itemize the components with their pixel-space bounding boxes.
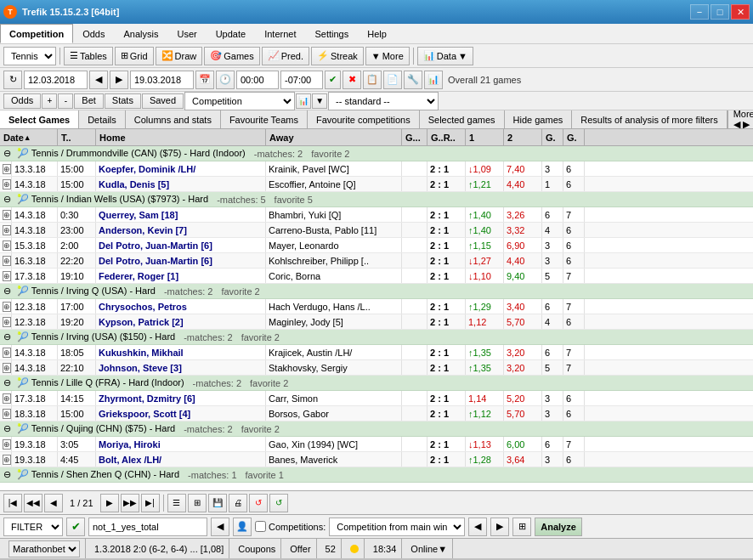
standard-dropdown[interactable]: -- standard -- (328, 92, 439, 110)
last-page-btn[interactable]: ▶| (141, 494, 160, 512)
tab-favourite-teams[interactable]: Favourite Teams (221, 110, 308, 128)
row-expand[interactable]: ⊕ (3, 455, 11, 465)
next-btn[interactable]: ▶ (100, 494, 119, 512)
sport-dropdown[interactable]: Tennis (3, 47, 56, 65)
filter-dropdown[interactable]: FILTER (3, 518, 63, 536)
tab-details[interactable]: Details (79, 110, 126, 128)
row-expand[interactable]: ⊕ (3, 348, 11, 358)
tab-favourite-competitions[interactable]: Favourite competitions (308, 110, 420, 128)
row-expand[interactable]: ⊕ (3, 210, 11, 220)
menu-competition[interactable]: Competition (0, 24, 73, 43)
col-home[interactable]: Home (96, 129, 266, 145)
copy-btn[interactable]: 📋 (363, 71, 382, 89)
col-g4[interactable]: G. (563, 129, 585, 145)
tab-results-analysis[interactable]: Results of analysis of more filters (572, 110, 727, 128)
menu-odds[interactable]: Odds (73, 24, 114, 43)
row-expand[interactable]: ⊕ (3, 271, 11, 281)
chart-btn[interactable]: 📊 (424, 71, 443, 89)
comp-filter-btn[interactable]: ▼ (312, 93, 327, 109)
close-button[interactable]: ✕ (731, 4, 750, 20)
minus-btn[interactable]: - (58, 93, 73, 109)
tab-hide-games[interactable]: Hide games (505, 110, 573, 128)
competition-filter-dropdown[interactable]: Competition from main winc (329, 518, 465, 536)
odds-btn[interactable]: Odds (3, 93, 41, 109)
col-date[interactable]: Date ▲ (0, 129, 58, 145)
apply-btn[interactable]: ✔ (325, 71, 341, 89)
group-expand[interactable]: ⊖ (3, 331, 14, 342)
col-time[interactable]: T.. (58, 129, 96, 145)
menu-analysis[interactable]: Analysis (114, 24, 167, 43)
competition-dropdown[interactable]: Competition (184, 92, 295, 110)
row-expand[interactable]: ⊕ (3, 225, 11, 235)
filter-btn[interactable]: 🔧 (404, 71, 422, 89)
tab-selected-games[interactable]: Selected games (420, 110, 505, 128)
menu-user[interactable]: User (167, 24, 206, 43)
comp-nav-left[interactable]: ◀ (468, 518, 487, 536)
minimize-button[interactable]: − (690, 4, 709, 20)
user-icon-btn[interactable]: 👤 (233, 518, 252, 536)
competitions-checkbox[interactable] (255, 521, 266, 532)
row-expand[interactable]: ⊕ (3, 439, 11, 450)
next-date-btn[interactable]: ▶ (110, 71, 128, 89)
row-expand[interactable]: ⊕ (3, 363, 11, 373)
stats-btn[interactable]: Stats (105, 93, 141, 109)
offset-input[interactable] (280, 71, 323, 89)
view-btn2[interactable]: ⊞ (188, 494, 207, 512)
refresh-btn[interactable]: ↻ (3, 71, 22, 89)
col-odds1[interactable]: 1 (466, 129, 504, 145)
row-expand[interactable]: ⊕ (3, 164, 11, 174)
group-expand[interactable]: ⊖ (3, 377, 14, 388)
calendar-btn[interactable]: 📅 (195, 71, 214, 89)
comp-layout-btn[interactable]: ⊞ (512, 518, 531, 536)
group-expand[interactable]: ⊖ (3, 286, 14, 297)
bookmaker-dropdown[interactable]: Marathonbet (8, 540, 80, 557)
group-expand[interactable]: ⊖ (3, 469, 14, 480)
export-btn[interactable]: 💾 (208, 494, 227, 512)
menu-settings[interactable]: Settings (305, 24, 358, 43)
tab-columns-stats[interactable]: Columns and stats (126, 110, 221, 128)
filter-apply-btn[interactable]: ✔ (66, 518, 85, 536)
draw-btn[interactable]: 🔀 Draw (156, 47, 203, 65)
group-expand[interactable]: ⊖ (3, 423, 14, 434)
bet-btn[interactable]: Bet (74, 93, 104, 109)
grid-btn[interactable]: ⊞ Grid (115, 47, 154, 65)
saved-btn[interactable]: Saved (142, 93, 184, 109)
first-page-btn[interactable]: |◀ (3, 494, 22, 512)
prev-btn[interactable]: ◀ (44, 494, 63, 512)
row-expand[interactable]: ⊕ (3, 393, 11, 404)
streak-btn[interactable]: ⚡ Streak (311, 47, 364, 65)
view-btn1[interactable]: ☰ (167, 494, 186, 512)
cancel-time-btn[interactable]: ✖ (343, 71, 361, 89)
row-expand[interactable]: ⊕ (3, 256, 11, 266)
col-g3[interactable]: G. (542, 129, 563, 145)
plus-btn[interactable]: + (42, 93, 57, 109)
menu-update[interactable]: Update (207, 24, 255, 43)
date-to-input[interactable] (130, 71, 194, 89)
print-btn[interactable]: 🖨 (229, 494, 247, 512)
paste-btn[interactable]: 📄 (383, 71, 402, 89)
online-dropdown-icon[interactable]: ▼ (438, 544, 447, 554)
row-expand[interactable]: ⊕ (3, 409, 11, 419)
prev-date-btn[interactable]: ◀ (89, 71, 108, 89)
tables-btn[interactable]: ☰ Tables (64, 47, 113, 65)
comp-icon-btn[interactable]: 📊 (296, 93, 311, 109)
menu-internet[interactable]: Internet (255, 24, 305, 43)
group-expand[interactable]: ⊖ (3, 148, 14, 159)
col-odds2[interactable]: 2 (504, 129, 542, 145)
row-expand[interactable]: ⊕ (3, 317, 11, 327)
menu-help[interactable]: Help (358, 24, 396, 43)
row-expand[interactable]: ⊕ (3, 302, 11, 312)
tab-select-games[interactable]: Select Games (0, 110, 79, 128)
maximize-button[interactable]: □ (711, 4, 729, 20)
settings-page-btn[interactable]: ↺ (269, 494, 288, 512)
comp-nav-right[interactable]: ▶ (490, 518, 509, 536)
row-expand[interactable]: ⊕ (3, 240, 11, 251)
prev-page-btn[interactable]: ◀◀ (24, 494, 42, 512)
analyze-btn[interactable]: Analyze (535, 518, 582, 536)
games-btn[interactable]: 🎯 Games (204, 47, 259, 65)
refresh-page-btn[interactable]: ↺ (249, 494, 268, 512)
data-btn[interactable]: 📊 Data ▼ (417, 47, 473, 65)
col-away[interactable]: Away (266, 129, 402, 145)
filter-arrow-left[interactable]: ◀ (211, 518, 229, 536)
time-input[interactable] (236, 71, 279, 89)
